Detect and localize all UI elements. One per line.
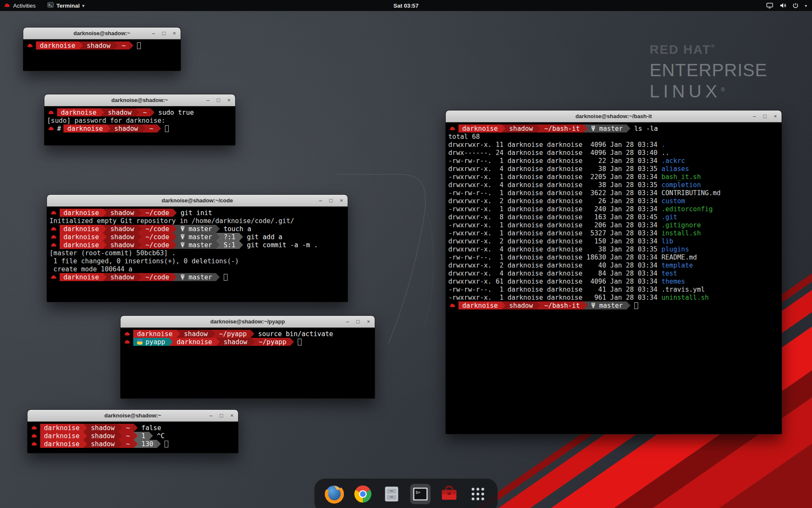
redhat-icon (449, 303, 456, 308)
files-icon[interactable] (381, 484, 402, 504)
maximize-button[interactable]: □ (357, 319, 360, 324)
command-text: source bin/activate (258, 330, 333, 338)
close-button[interactable]: × (774, 113, 777, 119)
window-titlebar[interactable]: darknoise@shadow:~/code–□× (47, 195, 348, 207)
maximize-button[interactable]: □ (217, 97, 220, 103)
redhat-icon (50, 275, 58, 280)
prompt-segment-venv: pyapp (133, 338, 169, 346)
powerline-separator-icon (250, 330, 254, 338)
svg-text:$>: $> (416, 490, 421, 494)
terminal-line: total 68 (448, 133, 779, 141)
powerline-separator-icon (129, 41, 133, 50)
maximize-button[interactable]: □ (220, 413, 223, 418)
minimize-button[interactable]: – (209, 413, 212, 418)
terminal-line: darknoiseshadow~sudo true (47, 108, 233, 116)
window-titlebar[interactable]: darknoise@shadow:~–□× (27, 410, 238, 422)
terminal-line: drwxrwxr-x. 2 darknoise darknoise 40 Jan… (448, 261, 779, 269)
python-icon (137, 339, 143, 345)
window-title: darknoise@shadow:~/code (47, 197, 348, 204)
prompt-segment-user: darknoise (60, 241, 103, 249)
command-text: ^C (157, 432, 165, 440)
terminal-line: drwxrwxr-x. 8 darknoise darknoise 163 Ja… (448, 213, 779, 221)
minimize-button[interactable]: – (753, 113, 756, 119)
prompt-segment-host: shadow (505, 301, 537, 309)
redhat-icon (50, 210, 58, 215)
powerline-separator-icon (173, 225, 177, 233)
close-button[interactable]: × (367, 319, 370, 324)
command-text: git add a (247, 233, 283, 241)
command-text: false (141, 424, 161, 432)
activities-button[interactable]: Activities (0, 3, 36, 9)
prompt-segment-host: shadow (107, 273, 138, 281)
maximize-button[interactable]: □ (162, 30, 166, 36)
system-menu-chevron-icon[interactable]: ▾ (805, 3, 807, 8)
display-indicator-icon[interactable] (766, 3, 773, 8)
powerline-separator-icon (157, 124, 161, 133)
maximize-button[interactable]: □ (763, 113, 767, 119)
redhat-logo-icon (4, 3, 11, 9)
window-titlebar[interactable]: darknoise@shadow:~–□× (23, 28, 181, 39)
close-button[interactable]: × (230, 413, 233, 418)
terminal-window[interactable]: darknoise@shadow:~/bash-it–□×darknoisesh… (445, 110, 782, 434)
powerline-separator-icon (627, 124, 631, 133)
window-controls: –□× (346, 319, 375, 324)
window-controls: –□× (209, 413, 238, 418)
terminal-line: darknoiseshadow~/codeΨ masterS:1git comm… (49, 241, 345, 249)
prompt-segment-host: shadow (220, 338, 251, 346)
redhat-icon (449, 126, 456, 131)
prompt-segment-host: shadow (180, 330, 211, 338)
clock[interactable]: Sat 03:57 (393, 3, 418, 9)
minimize-button[interactable]: – (206, 97, 209, 103)
terminal-window[interactable]: darknoise@shadow:~/code–□×darknoiseshado… (47, 194, 348, 302)
prompt-segment-path: ~/pyapp (215, 330, 250, 338)
terminal-body[interactable]: darknoiseshadow~sudo true[sudo] password… (44, 106, 235, 135)
window-titlebar[interactable]: darknoise@shadow:~–□× (44, 94, 235, 106)
window-titlebar[interactable]: darknoise@shadow:~/bash-it–□× (446, 110, 782, 122)
volume-icon[interactable] (779, 3, 786, 8)
prompt-segment-path: ~ (122, 432, 134, 440)
terminal-body[interactable]: darknoiseshadow~/pyappsource bin/activat… (121, 328, 375, 348)
minimize-button[interactable]: – (346, 319, 349, 324)
close-button[interactable]: × (340, 198, 343, 203)
terminal-line: drwx------. 24 darknoise darknoise 4096 … (448, 149, 779, 157)
chrome-icon[interactable] (353, 484, 373, 504)
close-button[interactable]: × (173, 30, 176, 36)
terminal-line: darknoiseshadow~ (26, 41, 178, 50)
app-menu-terminal[interactable]: Terminal ▾ (47, 2, 84, 9)
minimize-button[interactable]: – (319, 198, 322, 203)
powerline-separator-icon (151, 108, 154, 116)
power-icon[interactable] (793, 3, 798, 8)
toolbox-icon[interactable] (439, 484, 459, 504)
terminal-line: -rwxrwxr-x. 1 darknoise darknoise 5327 J… (448, 229, 779, 237)
terminal-window[interactable]: darknoise@shadow:~–□×darknoiseshadow~fal… (27, 409, 239, 453)
prompt-segment-path: ~/code (142, 225, 173, 233)
prompt-segment-user: darknoise (133, 330, 176, 338)
powerline-separator-icon (118, 424, 122, 432)
logo-linux: LINUX (650, 81, 721, 101)
terminal-window[interactable]: darknoise@shadow:~–□×darknoiseshadow~sud… (44, 94, 236, 146)
minimize-button[interactable]: – (152, 30, 155, 36)
powerline-separator-icon (502, 301, 505, 309)
cursor-block (298, 339, 302, 345)
redhat-icon (48, 126, 55, 131)
powerline-separator-icon (216, 233, 220, 241)
terminal-body[interactable]: darknoiseshadow~falsedarknoiseshadow~1^C… (27, 422, 238, 450)
registered-mark-2: ® (721, 87, 725, 93)
terminal-body[interactable]: darknoiseshadow~/bash-itΨ masterls -lato… (446, 122, 782, 312)
maximize-button[interactable]: □ (329, 198, 333, 203)
window-titlebar[interactable]: darknoise@shadow:~/pyapp–□× (121, 316, 375, 328)
ls-filename: template (661, 262, 693, 269)
close-button[interactable]: × (227, 97, 230, 103)
terminal-line: pyappdarknoiseshadow~/pyapp (123, 338, 372, 346)
terminal-window[interactable]: darknoise@shadow:~/pyapp–□×darknoiseshad… (120, 315, 375, 399)
prompt-segment-user: darknoise (60, 209, 103, 217)
terminal-body[interactable]: darknoiseshadow~/codegit initInitialized… (47, 207, 348, 283)
registered-mark: ® (711, 43, 715, 49)
terminal-icon[interactable]: $> (410, 484, 431, 504)
appgrid-icon[interactable] (468, 484, 488, 504)
terminal-line: darknoiseshadow~130 (30, 440, 236, 448)
terminal-body[interactable]: darknoiseshadow~ (23, 39, 181, 52)
firefox-icon[interactable] (324, 484, 344, 504)
prompt-segment-user: darknoise (60, 273, 103, 281)
terminal-window[interactable]: darknoise@shadow:~–□×darknoiseshadow~ (23, 27, 181, 71)
